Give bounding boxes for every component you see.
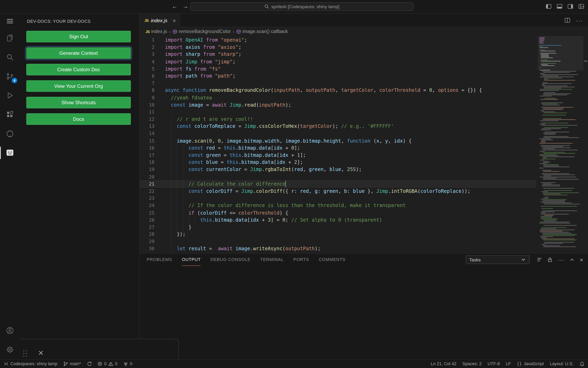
status-keyboard-layout[interactable]: Layout: U.S.: [550, 362, 574, 366]
panel-more-actions-icon[interactable]: ···: [558, 257, 565, 263]
panel-tab-debug-console[interactable]: DEBUG CONSOLE: [211, 254, 250, 266]
sidebar-item-dev-docs[interactable]: [0, 143, 20, 162]
code-line-22[interactable]: 22 const colorDiff = Jimp.colorDiff({ r:…: [140, 187, 536, 195]
code-line-13[interactable]: 13 const colorToReplace = Jimp.cssColorT…: [140, 123, 536, 130]
indent-guide: [177, 223, 177, 230]
code-line-18[interactable]: 18 const blue = this.bitmap.data[idx + 2…: [140, 159, 536, 166]
code-line-20[interactable]: 20: [140, 173, 536, 180]
status-branch[interactable]: main*: [63, 361, 81, 366]
code-line-2[interactable]: 2import axios from "axios";: [140, 44, 536, 51]
line-number: 29: [140, 238, 155, 245]
panel-tab-ports[interactable]: PORTS: [294, 254, 309, 266]
sidebar-item-search[interactable]: [0, 48, 20, 67]
code-line-16[interactable]: 16 const red = this.bitmap.data[idx + 0]…: [140, 144, 536, 152]
sidebar-button-docs[interactable]: Docs: [26, 113, 131, 125]
indent-guide: [183, 209, 183, 216]
panel-tab-output[interactable]: OUTPUT: [182, 254, 201, 266]
panel-tab-terminal[interactable]: TERMINAL: [260, 254, 284, 266]
code-line-28[interactable]: 28 });: [140, 230, 536, 238]
code-line-10[interactable]: 10 const image = await Jimp.read(inputPa…: [140, 101, 536, 108]
indent-guide: [177, 216, 177, 223]
sidebar-item-explorer[interactable]: [0, 29, 20, 48]
clear-output-icon[interactable]: [537, 257, 542, 262]
minimap[interactable]: [538, 36, 584, 253]
status-language[interactable]: {} JavaScript: [517, 361, 544, 366]
split-editor-icon[interactable]: [564, 17, 570, 23]
status-notifications[interactable]: [579, 361, 584, 366]
code-line-9[interactable]: 9 //yeah fdsatea: [140, 94, 536, 101]
toggle-panel-icon[interactable]: [557, 3, 563, 9]
forward-button[interactable]: →: [183, 3, 188, 9]
settings-button[interactable]: [0, 340, 20, 359]
sidebar-button-create-custom-doc[interactable]: Create Custom Doc: [26, 64, 131, 75]
code-line-27[interactable]: 27 }: [140, 223, 536, 230]
toggle-secondary-sidebar-icon[interactable]: [567, 3, 573, 9]
accounts-button[interactable]: [0, 321, 20, 340]
code-line-30[interactable]: 30 let result = await image.writeAsync(o…: [140, 245, 536, 252]
editor-scrollbar[interactable]: [584, 36, 588, 253]
sidebar-button-show-shortcuts[interactable]: Show Shortcuts: [26, 97, 131, 108]
sidebar-button-sign-out[interactable]: Sign Out: [26, 31, 131, 42]
code-line-1[interactable]: 1import OpenAI from "openai";: [140, 37, 536, 44]
status-remote[interactable]: Codespaces: shiny lamp: [4, 361, 57, 366]
customize-layout-icon[interactable]: [578, 3, 584, 9]
tab-close-icon[interactable]: ×: [173, 17, 176, 23]
sidebar-button-generate-context[interactable]: Generate Context: [26, 47, 131, 59]
maximize-panel-icon[interactable]: [570, 257, 575, 262]
sidebar-item-github[interactable]: [0, 124, 20, 143]
code-line-7[interactable]: 7: [140, 80, 536, 87]
code-line-3[interactable]: 3import sharp from "sharp";: [140, 51, 536, 58]
tab-bar: JS index.js × ···: [140, 14, 588, 27]
lock-scroll-icon[interactable]: [547, 257, 553, 262]
sidebar-item-source-control[interactable]: 4: [0, 67, 20, 86]
code-line-11[interactable]: 11: [140, 108, 536, 116]
code-line-23[interactable]: 23: [140, 195, 536, 202]
line-content: const currentColor = Jimp.rgbaToInt(red,…: [165, 166, 536, 173]
code-line-5[interactable]: 5import fs from "fs": [140, 65, 536, 72]
line-number: 22: [140, 187, 155, 195]
breadcrumb-symbol-function[interactable]: removeBackgroundColor: [172, 29, 230, 34]
minimap-line: [543, 179, 579, 180]
output-channel-select[interactable]: Tasks: [466, 255, 530, 264]
code-line-26[interactable]: 26 this.bitmap.data[idx + 3] = 0; // Set…: [140, 216, 536, 223]
status-eol[interactable]: LF: [506, 362, 511, 366]
overlay-close-icon[interactable]: [38, 350, 43, 355]
breadcrumb-symbol-callback[interactable]: image.scan() callback: [236, 29, 288, 34]
code-line-17[interactable]: 17 const green = this.bitmap.data[idx + …: [140, 152, 536, 159]
code-line-15[interactable]: 15 image.scan(0, 0, image.bitmap.width, …: [140, 137, 536, 144]
code-line-21[interactable]: 21 // Calculate the color difference: [140, 180, 536, 187]
toggle-primary-sidebar-icon[interactable]: [546, 3, 551, 9]
code-line-6[interactable]: 6import path from "path";: [140, 72, 536, 80]
status-cursor-position[interactable]: Ln 21, Col 42: [431, 362, 456, 366]
line-number: 26: [140, 216, 155, 223]
status-encoding[interactable]: UTF-8: [487, 362, 500, 366]
breadcrumb-file[interactable]: JS index.js: [146, 29, 167, 34]
code-line-29[interactable]: 29: [140, 238, 536, 245]
sidebar-item-extensions[interactable]: [0, 105, 20, 124]
indent-guide: [183, 223, 183, 230]
sidebar-button-view-your-current-org[interactable]: View Your Current Org: [26, 80, 131, 92]
more-actions-icon[interactable]: ···: [576, 17, 583, 23]
code-line-19[interactable]: 19 const currentColor = Jimp.rgbaToInt(r…: [140, 166, 536, 173]
command-center-search[interactable]: spriteAI [Codespaces: shiny lamp]: [190, 2, 414, 11]
line-content: import Jimp from "jimp";: [165, 58, 536, 65]
code-line-25[interactable]: 25 if (colorDiff <= colorThreshold) {: [140, 209, 536, 216]
sidebar-item-run-debug[interactable]: [0, 86, 20, 105]
status-sync[interactable]: [87, 361, 92, 366]
code-line-4[interactable]: 4import Jimp from "jimp";: [140, 58, 536, 65]
close-panel-icon[interactable]: ×: [580, 257, 583, 263]
tab-index-js[interactable]: JS index.js ×: [140, 14, 180, 27]
line-number: 17: [140, 152, 155, 159]
status-problems[interactable]: 0 0: [98, 361, 117, 366]
back-button[interactable]: ←: [172, 3, 177, 9]
code-line-8[interactable]: 8async function removeBackgroundColor(in…: [140, 87, 536, 94]
panel-tab-problems[interactable]: PROBLEMS: [147, 254, 172, 266]
menu-button[interactable]: [0, 14, 20, 29]
code-line-24[interactable]: 24 // If the color difference is less th…: [140, 202, 536, 209]
status-ports[interactable]: 0: [123, 361, 132, 366]
panel-tab-comments[interactable]: COMMENTS: [319, 254, 345, 266]
status-indentation[interactable]: Spaces: 2: [462, 362, 482, 366]
code-line-14[interactable]: 14: [140, 130, 536, 137]
code-line-12[interactable]: 12 // r and t are very cool!!: [140, 116, 536, 123]
code-editor[interactable]: 1import OpenAI from "openai";2import axi…: [140, 36, 588, 253]
